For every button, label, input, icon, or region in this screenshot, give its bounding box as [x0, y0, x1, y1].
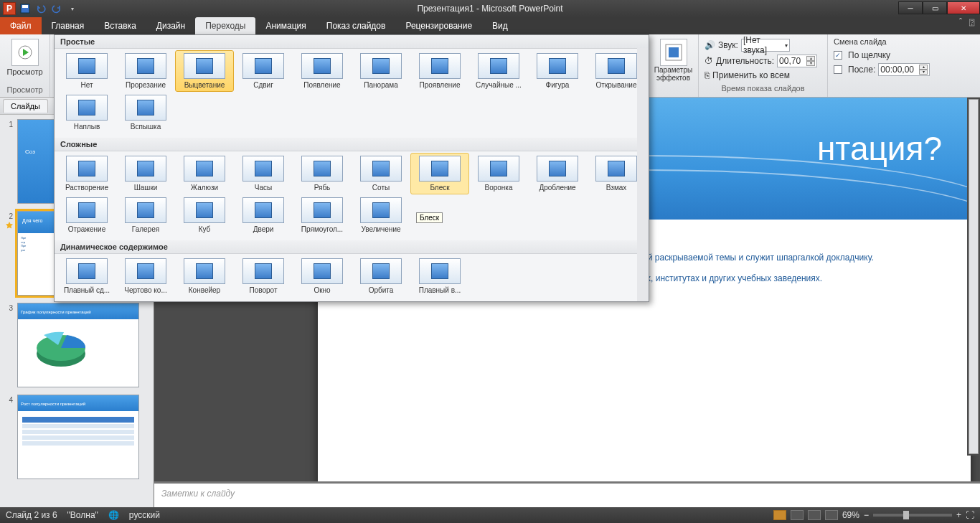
- transition-label: Часы: [235, 184, 292, 192]
- zoom-level[interactable]: 69%: [842, 510, 859, 520]
- apply-to-all-button[interactable]: ⎘ Применить ко всем: [705, 70, 821, 80]
- tab-review[interactable]: Рецензирование: [395, 17, 482, 34]
- transition-label: Проявление: [411, 81, 468, 89]
- transition-рябь[interactable]: Рябь: [293, 153, 352, 194]
- zoom-slider[interactable]: [873, 514, 952, 517]
- tab-slideshow[interactable]: Показ слайдов: [316, 17, 396, 34]
- zoom-out-button[interactable]: −: [864, 510, 869, 520]
- transition-жалюзи[interactable]: Жалюзи: [175, 153, 234, 194]
- transition-icon: [184, 156, 225, 182]
- transition-куб[interactable]: Куб: [175, 194, 234, 236]
- thumb-4-wrap[interactable]: 4 Рост популярности презентаций: [4, 395, 149, 479]
- tab-view[interactable]: Вид: [482, 17, 518, 34]
- onclick-checkbox[interactable]: ✓: [834, 51, 842, 60]
- effect-options-label: Параметры эффектов: [654, 66, 692, 82]
- notes-pane[interactable]: Заметки к слайду: [154, 481, 980, 507]
- group-timing: 🔊 Звук: [Нет звука]▾ ⏱ Длительность: 00,…: [699, 34, 828, 97]
- transition-нет[interactable]: Нет: [57, 50, 116, 92]
- transition-двери[interactable]: Двери: [234, 194, 293, 236]
- tab-transitions[interactable]: Переходы: [195, 17, 255, 34]
- transition-label: Отражение: [58, 225, 116, 233]
- transition-вспышка[interactable]: Вспышка: [116, 92, 175, 133]
- save-icon[interactable]: [19, 2, 32, 15]
- redo-icon[interactable]: [50, 2, 63, 15]
- tab-design[interactable]: Дизайн: [146, 17, 195, 34]
- zoom-in-button[interactable]: +: [956, 510, 961, 520]
- transition-часы[interactable]: Часы: [234, 153, 293, 194]
- transition-галерея[interactable]: Галерея: [116, 194, 175, 236]
- tab-insert[interactable]: Вставка: [94, 17, 146, 34]
- thumb-1-num: 1: [4, 119, 13, 204]
- tab-animations[interactable]: Анимация: [255, 17, 316, 34]
- after-input[interactable]: 00:00,00▴▾: [878, 63, 930, 76]
- slides-tab[interactable]: Слайды: [3, 99, 48, 113]
- view-sorter-button[interactable]: [791, 510, 804, 520]
- view-normal-button[interactable]: [773, 510, 786, 520]
- transition-icon: [184, 53, 225, 79]
- transition-icon: [301, 156, 343, 182]
- tab-home[interactable]: Главная: [42, 17, 95, 34]
- vertical-scrollbar[interactable]: [967, 98, 980, 456]
- transition-плавныйсд[interactable]: Плавный сд...: [57, 255, 116, 297]
- gallery-row-dynamic: Плавный сд...Чертово ко...КонвейерПоворо…: [55, 254, 649, 301]
- transition-выцветание[interactable]: Выцветание: [175, 50, 234, 92]
- play-animation-icon[interactable]: [6, 222, 13, 229]
- transition-поворот[interactable]: Поворот: [234, 255, 293, 297]
- transition-icon: [537, 156, 578, 182]
- window-title: Презентация1 - Microsoft PowerPoint: [82, 4, 898, 14]
- transition-сдвиг[interactable]: Сдвиг: [234, 50, 293, 92]
- transition-прорезание[interactable]: Прорезание: [116, 50, 175, 92]
- close-button[interactable]: ✕: [947, 1, 980, 14]
- transition-шашки[interactable]: Шашки: [116, 153, 175, 194]
- transition-label: Чертово ко...: [117, 286, 174, 294]
- thumb-3-num: 3: [4, 303, 13, 387]
- thumb-3-wrap[interactable]: 3 График популярности презентаций: [4, 303, 149, 387]
- transition-плавныйв[interactable]: Плавный в...: [410, 255, 469, 297]
- sound-dropdown[interactable]: [Нет звука]▾: [741, 39, 790, 52]
- view-slideshow-button[interactable]: [825, 510, 838, 520]
- sound-label: Звук:: [718, 40, 738, 50]
- gallery-scrollbar[interactable]: [637, 48, 649, 301]
- transition-дробление[interactable]: Дробление: [528, 153, 587, 194]
- transition-орбита[interactable]: Орбита: [352, 255, 410, 297]
- transition-проявление[interactable]: Проявление: [410, 50, 469, 92]
- undo-icon[interactable]: [34, 2, 47, 15]
- maximize-button[interactable]: ▭: [923, 1, 947, 14]
- app-icon[interactable]: P: [3, 2, 16, 15]
- preview-button[interactable]: [11, 39, 39, 66]
- transition-label: Воронка: [470, 184, 527, 192]
- transition-случайные[interactable]: Случайные ...: [469, 50, 528, 92]
- transition-icon: [66, 258, 108, 284]
- transition-icon: [595, 53, 637, 79]
- ribbon-help-icon[interactable]: ˆ ⍰: [953, 17, 980, 34]
- transition-соты[interactable]: Соты: [352, 153, 410, 194]
- transition-прямоугол[interactable]: Прямоугол...: [293, 194, 352, 236]
- transition-увеличение[interactable]: Увеличение: [352, 194, 410, 236]
- transition-воронка[interactable]: Воронка: [469, 153, 528, 194]
- after-checkbox[interactable]: [834, 65, 842, 74]
- transition-блеск[interactable]: Блеск: [410, 153, 469, 194]
- thumb-2-num: 2: [4, 211, 13, 220]
- transition-отражение[interactable]: Отражение: [57, 194, 116, 236]
- transition-наплыв[interactable]: Наплыв: [57, 92, 116, 133]
- transition-панорама[interactable]: Панорама: [352, 50, 410, 92]
- fit-to-window-button[interactable]: ⛶: [966, 510, 974, 520]
- transition-окно[interactable]: Окно: [293, 255, 352, 297]
- transition-чертовоко[interactable]: Чертово ко...: [116, 255, 175, 297]
- transition-label: Рябь: [293, 184, 351, 192]
- transition-появление[interactable]: Появление: [293, 50, 352, 92]
- duration-input[interactable]: 00,70▴▾: [777, 55, 817, 67]
- lang-icon[interactable]: 🌐: [108, 510, 119, 520]
- transition-фигура[interactable]: Фигура: [528, 50, 587, 92]
- transition-icon: [242, 156, 284, 182]
- svg-rect-1: [22, 5, 28, 8]
- minimize-button[interactable]: ─: [898, 1, 923, 14]
- view-reading-button[interactable]: [808, 510, 821, 520]
- transition-label: Прямоугол...: [293, 225, 351, 233]
- tab-file[interactable]: Файл: [0, 17, 42, 34]
- effect-options-button[interactable]: [660, 39, 687, 66]
- qat-dropdown-icon[interactable]: ▾: [66, 2, 79, 15]
- status-lang[interactable]: русский: [129, 510, 160, 520]
- transition-конвейер[interactable]: Конвейер: [175, 255, 234, 297]
- transition-растворение[interactable]: Растворение: [57, 153, 116, 194]
